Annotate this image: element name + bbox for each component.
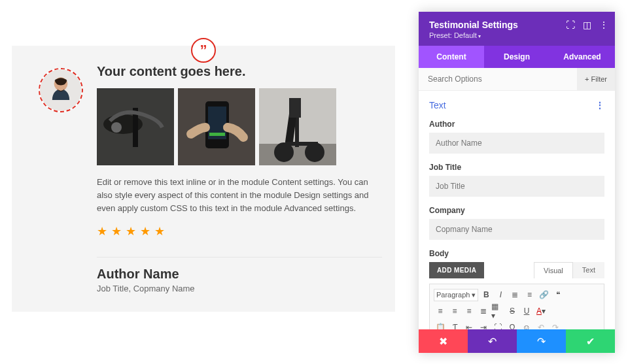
- align-left-icon[interactable]: ≡: [434, 305, 447, 318]
- search-input[interactable]: [419, 68, 577, 90]
- italic-icon[interactable]: I: [494, 288, 507, 301]
- kebab-menu-icon[interactable]: ⋮: [599, 20, 608, 30]
- divider: [97, 257, 382, 257]
- quote-icon: ”: [191, 38, 216, 63]
- link-icon[interactable]: 🔗: [537, 288, 550, 301]
- company-field-label: Company: [429, 206, 604, 215]
- editor-tab-text[interactable]: Text: [573, 262, 604, 278]
- align-right-icon[interactable]: ≡: [462, 305, 476, 318]
- section-menu-icon[interactable]: ⋮: [595, 100, 604, 110]
- bullet-list-icon[interactable]: ≣: [508, 288, 521, 301]
- avatar-image-icon: [40, 69, 82, 111]
- tab-design[interactable]: Design: [484, 46, 550, 68]
- content-image[interactable]: [97, 88, 174, 165]
- tab-advanced[interactable]: Advanced: [550, 46, 615, 68]
- cancel-button[interactable]: ✖: [419, 329, 468, 353]
- body-field-label: Body: [429, 249, 604, 258]
- editor-toolbar: Paragraph ▾ B I ≣ ≡ 🔗 ❝ ≡ ≡ ≡ ≣ ▦ ▾ S U …: [429, 284, 604, 329]
- job-field-input[interactable]: [429, 176, 604, 197]
- editor-tab-visual[interactable]: Visual: [534, 262, 573, 278]
- undo-icon[interactable]: ↶: [534, 321, 548, 329]
- emoji-icon[interactable]: ☺: [520, 321, 533, 329]
- company-field-input[interactable]: [429, 219, 604, 240]
- underline-icon[interactable]: U: [520, 305, 533, 318]
- paste-text-icon[interactable]: 📋: [434, 321, 447, 329]
- content-image[interactable]: [259, 88, 336, 165]
- star-icon: ★: [126, 224, 136, 239]
- redo-icon[interactable]: ↷: [549, 321, 562, 329]
- save-button[interactable]: ✔: [566, 329, 615, 353]
- panel-footer: ✖ ↶ ↷ ✔: [419, 329, 615, 353]
- image-row: [97, 88, 382, 165]
- number-list-icon[interactable]: ≡: [523, 288, 536, 301]
- svg-rect-9: [209, 133, 225, 136]
- clear-format-icon[interactable]: Ƭ: [448, 321, 461, 329]
- redo-button[interactable]: ↷: [517, 329, 566, 353]
- text-color-icon[interactable]: A ▾: [534, 305, 548, 318]
- svg-rect-16: [289, 98, 301, 118]
- panel-header[interactable]: Testimonial Settings Preset: Default ⛶ ◫…: [419, 12, 615, 46]
- indent-icon[interactable]: ⇥: [477, 321, 490, 329]
- outdent-icon[interactable]: ⇤: [462, 321, 476, 329]
- preset-selector[interactable]: Preset: Default: [429, 31, 604, 39]
- section-title-label: Text: [429, 100, 446, 110]
- blockquote-icon[interactable]: ❝: [551, 288, 565, 301]
- panel-tabs: Content Design Advanced: [419, 46, 615, 68]
- align-justify-icon[interactable]: ≣: [477, 305, 490, 318]
- preview-canvas: ” Your content goes here.: [0, 0, 407, 364]
- filter-button[interactable]: + Filter: [577, 68, 615, 90]
- settings-panel: Testimonial Settings Preset: Default ⛶ ◫…: [419, 12, 615, 353]
- expand-icon[interactable]: ⛶: [566, 20, 575, 30]
- svg-rect-15: [285, 142, 318, 146]
- testimonial-heading[interactable]: Your content goes here.: [97, 64, 382, 79]
- author-meta[interactable]: Job Title, Copmany Name: [97, 284, 382, 293]
- job-field-label: Job Title: [429, 163, 604, 172]
- author-field-input[interactable]: [429, 133, 604, 154]
- panel-body[interactable]: Text ⋮ Author Job Title Company Body ADD…: [419, 91, 615, 329]
- star-icon: ★: [111, 224, 122, 239]
- table-icon[interactable]: ▦ ▾: [491, 305, 504, 318]
- tab-content[interactable]: Content: [419, 46, 484, 68]
- panel-layout-icon[interactable]: ◫: [583, 20, 591, 30]
- star-icon: ★: [140, 224, 150, 239]
- author-name[interactable]: Author Name: [97, 267, 382, 282]
- star-icon: ★: [154, 224, 165, 239]
- author-field-label: Author: [429, 120, 604, 129]
- align-center-icon[interactable]: ≡: [448, 305, 461, 318]
- strikethrough-icon[interactable]: S: [506, 305, 519, 318]
- bold-icon[interactable]: B: [480, 288, 493, 301]
- special-char-icon[interactable]: Ω: [506, 321, 519, 329]
- star-rating: ★ ★ ★ ★ ★: [97, 224, 382, 239]
- paragraph-select[interactable]: Paragraph ▾: [434, 289, 478, 301]
- star-icon: ★: [97, 224, 107, 239]
- search-row: + Filter: [419, 68, 615, 91]
- undo-button[interactable]: ↶: [468, 329, 517, 353]
- add-media-button[interactable]: ADD MEDIA: [429, 262, 484, 278]
- fullscreen-icon[interactable]: ⛶: [491, 321, 504, 329]
- author-avatar[interactable]: [39, 68, 83, 112]
- content-image[interactable]: [178, 88, 255, 165]
- testimonial-card: ” Your content goes here.: [12, 46, 395, 312]
- section-title-text[interactable]: Text ⋮: [429, 100, 604, 110]
- testimonial-description[interactable]: Edit or remove this text inline or in th…: [97, 176, 382, 215]
- svg-point-5: [111, 122, 122, 133]
